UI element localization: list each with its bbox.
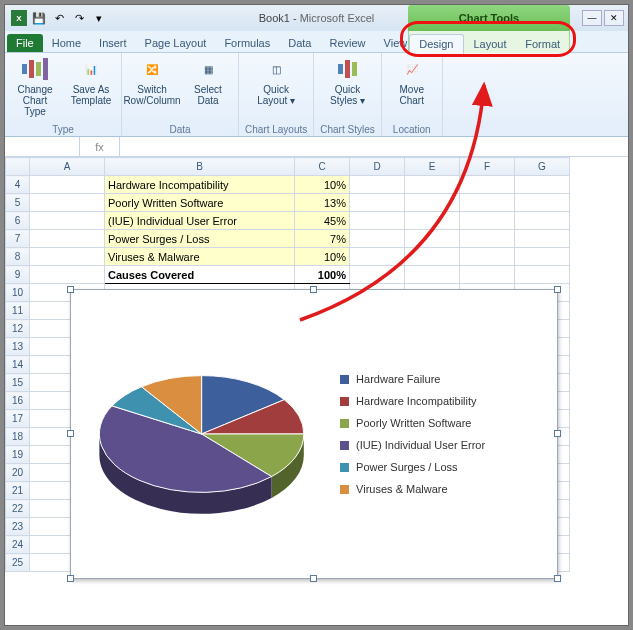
switch-row-column-button[interactable]: 🔀 Switch Row/Column bbox=[128, 56, 176, 106]
worksheet-area[interactable]: ABCDEFG4Hardware Incompatibility10%5Poor… bbox=[5, 157, 628, 625]
tab-page-layout[interactable]: Page Layout bbox=[136, 34, 216, 52]
cell[interactable] bbox=[515, 194, 570, 212]
cell[interactable] bbox=[460, 266, 515, 284]
row-header[interactable]: 19 bbox=[6, 446, 30, 464]
col-header[interactable]: G bbox=[515, 158, 570, 176]
row-header[interactable]: 5 bbox=[6, 194, 30, 212]
cell[interactable] bbox=[30, 212, 105, 230]
fx-icon[interactable]: fx bbox=[80, 137, 120, 156]
legend-item[interactable]: Poorly Written Software bbox=[340, 417, 551, 429]
cell[interactable] bbox=[30, 230, 105, 248]
legend-item[interactable]: Power Surges / Loss bbox=[340, 461, 551, 473]
cell[interactable] bbox=[405, 194, 460, 212]
row-header[interactable]: 25 bbox=[6, 554, 30, 572]
tab-home[interactable]: Home bbox=[43, 34, 90, 52]
row-header[interactable]: 11 bbox=[6, 302, 30, 320]
cell[interactable]: Poorly Written Software bbox=[105, 194, 295, 212]
row-header[interactable]: 13 bbox=[6, 338, 30, 356]
row-header[interactable]: 22 bbox=[6, 500, 30, 518]
cell[interactable] bbox=[30, 194, 105, 212]
row-header[interactable]: 14 bbox=[6, 356, 30, 374]
cell[interactable] bbox=[515, 248, 570, 266]
cell[interactable]: (IUE) Individual User Error bbox=[105, 212, 295, 230]
cell[interactable] bbox=[405, 230, 460, 248]
row-header[interactable]: 6 bbox=[6, 212, 30, 230]
legend-item[interactable]: (IUE) Individual User Error bbox=[340, 439, 551, 451]
change-chart-type-button[interactable]: Change Chart Type bbox=[11, 56, 59, 117]
cell[interactable] bbox=[30, 176, 105, 194]
cell[interactable]: 13% bbox=[295, 194, 350, 212]
cell[interactable] bbox=[460, 176, 515, 194]
row-header[interactable]: 18 bbox=[6, 428, 30, 446]
cell[interactable] bbox=[460, 212, 515, 230]
tab-file[interactable]: File bbox=[7, 34, 43, 52]
cell[interactable]: 7% bbox=[295, 230, 350, 248]
cell[interactable]: 10% bbox=[295, 248, 350, 266]
tab-data[interactable]: Data bbox=[279, 34, 320, 52]
col-header[interactable]: B bbox=[105, 158, 295, 176]
cell[interactable] bbox=[515, 212, 570, 230]
tab-layout[interactable]: Layout bbox=[464, 35, 517, 53]
name-box[interactable] bbox=[5, 137, 80, 156]
cell[interactable]: 100% bbox=[295, 266, 350, 284]
redo-icon[interactable]: ↷ bbox=[71, 10, 87, 26]
row-header[interactable]: 16 bbox=[6, 392, 30, 410]
tab-insert[interactable]: Insert bbox=[90, 34, 136, 52]
row-header[interactable]: 21 bbox=[6, 482, 30, 500]
cell[interactable] bbox=[350, 230, 405, 248]
quick-layout-button[interactable]: ◫ Quick Layout ▾ bbox=[252, 56, 300, 106]
col-header[interactable]: C bbox=[295, 158, 350, 176]
row-header[interactable]: 9 bbox=[6, 266, 30, 284]
row-header[interactable]: 23 bbox=[6, 518, 30, 536]
row-header[interactable]: 15 bbox=[6, 374, 30, 392]
cell[interactable] bbox=[460, 230, 515, 248]
tab-format[interactable]: Format bbox=[516, 35, 569, 53]
cell[interactable] bbox=[30, 266, 105, 284]
qat-dropdown-icon[interactable]: ▾ bbox=[91, 10, 107, 26]
row-header[interactable]: 4 bbox=[6, 176, 30, 194]
cell[interactable]: Power Surges / Loss bbox=[105, 230, 295, 248]
cell[interactable] bbox=[30, 248, 105, 266]
close-button[interactable]: ✕ bbox=[604, 10, 624, 26]
tab-review[interactable]: Review bbox=[320, 34, 374, 52]
row-header[interactable]: 20 bbox=[6, 464, 30, 482]
cell[interactable]: Causes Covered bbox=[105, 266, 295, 284]
cell[interactable] bbox=[515, 266, 570, 284]
row-header[interactable]: 10 bbox=[6, 284, 30, 302]
cell[interactable]: Hardware Incompatibility bbox=[105, 176, 295, 194]
row-header[interactable]: 12 bbox=[6, 320, 30, 338]
cell[interactable] bbox=[350, 176, 405, 194]
chart-legend[interactable]: Hardware FailureHardware Incompatibility… bbox=[330, 296, 551, 572]
cell[interactable] bbox=[460, 194, 515, 212]
cell[interactable] bbox=[405, 212, 460, 230]
save-icon[interactable]: 💾 bbox=[31, 10, 47, 26]
tab-formulas[interactable]: Formulas bbox=[215, 34, 279, 52]
cell[interactable] bbox=[515, 230, 570, 248]
save-as-template-button[interactable]: 📊 Save As Template bbox=[67, 56, 115, 106]
row-header[interactable]: 17 bbox=[6, 410, 30, 428]
row-header[interactable]: 8 bbox=[6, 248, 30, 266]
cell[interactable] bbox=[405, 266, 460, 284]
col-header[interactable]: E bbox=[405, 158, 460, 176]
row-header[interactable]: 24 bbox=[6, 536, 30, 554]
cell[interactable] bbox=[350, 248, 405, 266]
col-header[interactable]: A bbox=[30, 158, 105, 176]
cell[interactable] bbox=[515, 176, 570, 194]
quick-styles-button[interactable]: Quick Styles ▾ bbox=[324, 56, 372, 106]
cell[interactable] bbox=[350, 266, 405, 284]
row-header[interactable]: 7 bbox=[6, 230, 30, 248]
cell[interactable]: Viruses & Malware bbox=[105, 248, 295, 266]
legend-item[interactable]: Hardware Incompatibility bbox=[340, 395, 551, 407]
cell[interactable]: 10% bbox=[295, 176, 350, 194]
undo-icon[interactable]: ↶ bbox=[51, 10, 67, 26]
cell[interactable] bbox=[405, 176, 460, 194]
cell[interactable] bbox=[350, 194, 405, 212]
legend-item[interactable]: Hardware Failure bbox=[340, 373, 551, 385]
embedded-chart[interactable]: Hardware FailureHardware Incompatibility… bbox=[70, 289, 558, 579]
col-header[interactable]: D bbox=[350, 158, 405, 176]
legend-item[interactable]: Viruses & Malware bbox=[340, 483, 551, 495]
cell[interactable]: 45% bbox=[295, 212, 350, 230]
cell[interactable] bbox=[350, 212, 405, 230]
minimize-button[interactable]: — bbox=[582, 10, 602, 26]
move-chart-button[interactable]: 📈 Move Chart bbox=[388, 56, 436, 106]
